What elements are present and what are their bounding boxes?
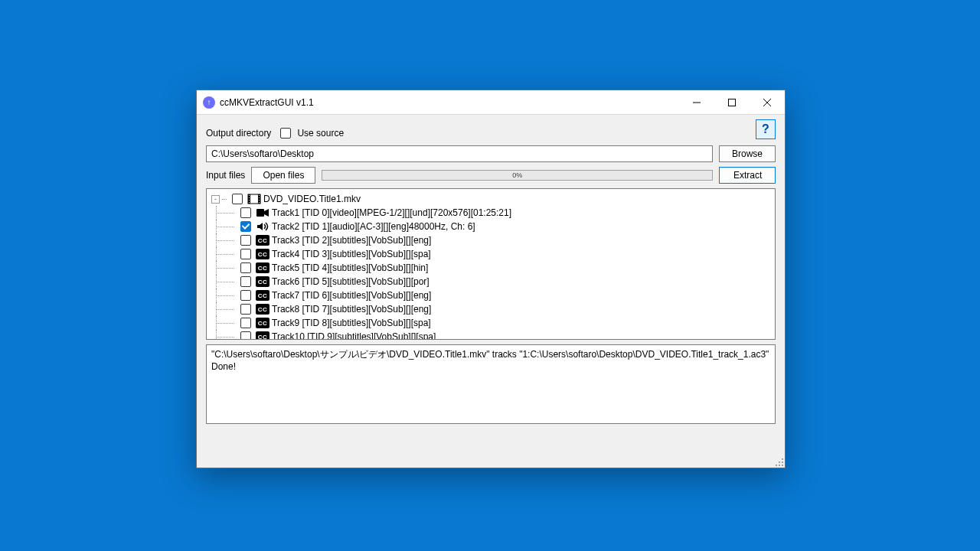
open-files-button[interactable]: Open files [251,167,315,184]
track-checkbox[interactable] [240,207,251,218]
output-dir-label: Output directory [206,128,271,139]
track-checkbox[interactable] [240,249,251,259]
use-source-checkbox[interactable]: Use source [277,126,344,141]
track-label: Track1 [TID 0][video][MPEG-1/2][][und][7… [272,207,511,218]
svg-rect-12 [259,197,260,198]
svg-rect-14 [259,202,260,203]
svg-point-16 [782,458,783,460]
use-source-checkbox-input[interactable] [280,128,291,139]
track-row[interactable]: CCTrack7 [TID 6][subtitles][VobSub][][en… [216,289,773,302]
track-checkbox[interactable] [240,221,251,232]
audio-icon [256,221,270,232]
extract-button[interactable]: Extract [719,167,776,184]
track-row[interactable]: CCTrack4 [TID 3][subtitles][VobSub][][sp… [216,247,773,261]
track-label: Track7 [TID 6][subtitles][VobSub][][eng] [272,290,431,301]
tree-root-label: DVD_VIDEO.Title1.mkv [263,194,361,204]
content-area: ? Output directory Use source Browse Inp… [197,115,785,468]
svg-point-17 [779,461,780,463]
track-row[interactable]: CCTrack9 [TID 8][subtitles][VobSub][][sp… [216,316,773,330]
track-tree[interactable]: - DVD_VIDEO.Title1.mkv Track1 [TID 0][vi… [206,188,776,340]
input-files-label: Input files [206,170,245,181]
app-icon: ↑ [203,96,215,109]
track-row[interactable]: Track2 [TID 1][audio][AC-3][][eng]48000H… [216,220,773,233]
track-row[interactable]: CCTrack10 [TID 9][subtitles][VobSub][][s… [216,330,773,340]
subtitles-icon: CC [256,331,270,340]
log-output[interactable]: "C:\Users\softaro\Desktop\サンプル\ビデオ\DVD_V… [206,344,776,424]
resize-grip-icon[interactable] [773,456,784,467]
svg-rect-8 [249,197,250,198]
svg-point-21 [782,465,783,466]
track-label: Track5 [TID 4][subtitles][VobSub][][hin] [272,262,428,273]
browse-button[interactable]: Browse [719,145,776,162]
svg-rect-9 [249,200,250,201]
video-icon [256,207,270,218]
tree-expander-icon[interactable]: - [211,195,220,204]
track-checkbox[interactable] [240,290,251,301]
svg-rect-7 [249,195,250,196]
help-button[interactable]: ? [756,119,776,139]
app-window: ↑ ccMKVExtractGUI v1.1 ? Output director… [196,90,786,468]
output-dir-input[interactable] [206,145,713,162]
subtitles-icon: CC [256,290,270,301]
svg-rect-1 [729,99,736,106]
subtitles-icon: CC [256,318,270,328]
tree-root-checkbox[interactable] [232,194,243,204]
progress-bar: 0% [322,170,713,181]
track-label: Track6 [TID 5][subtitles][VobSub][][por] [272,276,430,287]
track-checkbox[interactable] [240,331,251,340]
track-row[interactable]: CCTrack5 [TID 4][subtitles][VobSub][][hi… [216,261,773,275]
window-title: ccMKVExtractGUI v1.1 [220,97,314,108]
track-label: Track9 [TID 8][subtitles][VobSub][][spa] [272,318,431,328]
track-row[interactable]: CCTrack8 [TID 7][subtitles][VobSub][][en… [216,302,773,316]
tree-root-item[interactable]: - DVD_VIDEO.Title1.mkv [208,192,773,206]
track-checkbox[interactable] [240,262,251,273]
svg-point-20 [779,465,780,466]
subtitles-icon: CC [256,249,270,259]
subtitles-icon: CC [256,276,270,287]
track-label: Track2 [TID 1][audio][AC-3][][eng]48000H… [272,221,475,232]
track-label: Track3 [TID 2][subtitles][VobSub][][eng] [272,235,431,246]
progress-text: 0% [512,171,522,179]
svg-rect-15 [256,209,264,217]
track-checkbox[interactable] [240,318,251,328]
track-row[interactable]: CCTrack3 [TID 2][subtitles][VobSub][][en… [216,233,773,247]
track-row[interactable]: Track1 [TID 0][video][MPEG-1/2][][und][7… [216,206,773,220]
track-row[interactable]: CCTrack6 [TID 5][subtitles][VobSub][][po… [216,275,773,289]
track-checkbox[interactable] [240,304,251,315]
titlebar: ↑ ccMKVExtractGUI v1.1 [197,90,785,115]
svg-point-18 [782,461,783,463]
track-label: Track8 [TID 7][subtitles][VobSub][][eng] [272,304,431,315]
track-label: Track4 [TID 3][subtitles][VobSub][][spa] [272,249,431,259]
minimize-button[interactable] [679,90,714,114]
film-icon [247,194,261,204]
svg-rect-10 [249,202,250,203]
subtitles-icon: CC [256,304,270,315]
svg-point-19 [776,465,777,466]
subtitles-icon: CC [256,262,270,273]
track-label: Track10 [TID 9][subtitles][VobSub][][spa… [272,331,436,340]
use-source-checkbox-label: Use source [297,128,344,139]
subtitles-icon: CC [256,235,270,246]
svg-rect-13 [259,200,260,201]
close-button[interactable] [750,90,785,114]
svg-rect-11 [259,195,260,196]
track-checkbox[interactable] [240,276,251,287]
track-checkbox[interactable] [240,235,251,246]
maximize-button[interactable] [714,90,750,114]
